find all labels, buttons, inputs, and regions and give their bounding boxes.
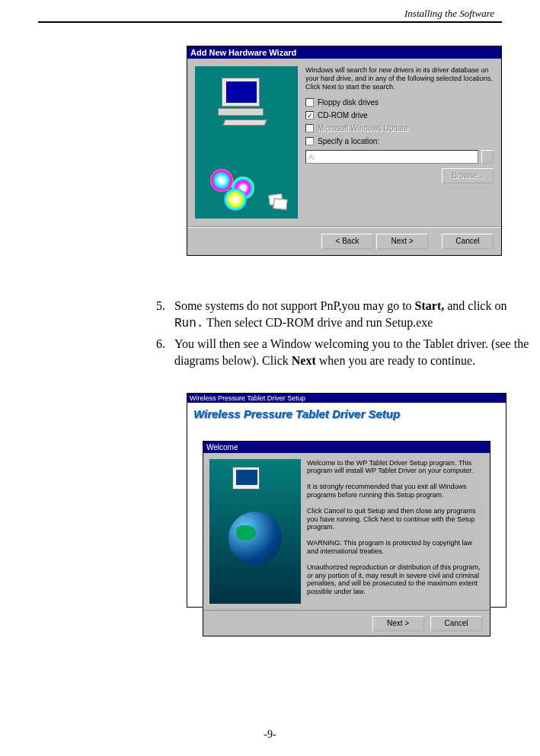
wizard-intro-text: Windows will search for new drivers in i…: [305, 66, 494, 91]
browse-button[interactable]: Browse...: [442, 168, 494, 183]
cdrom-checkbox[interactable]: ✓: [305, 111, 314, 120]
instruction-text: 5. Some systems do not support PnP,you m…: [156, 298, 537, 370]
cancel-button[interactable]: Cancel: [430, 616, 482, 631]
wizard-sidebar-art: [195, 66, 298, 219]
cd-icon: [224, 188, 247, 211]
page-header: Installing the Software: [38, 8, 502, 21]
monitor-icon: [222, 78, 260, 107]
hardware-wizard-window: Add New Hardware Wizard: [187, 46, 502, 256]
specify-label: Specify a location:: [318, 137, 379, 145]
driver-setup-window: Wireless Pressure Tablet Driver Setup Wi…: [187, 393, 506, 608]
next-button[interactable]: Next >: [372, 616, 424, 631]
specify-checkbox[interactable]: [305, 137, 314, 145]
location-dropdown-icon[interactable]: [481, 150, 494, 164]
welcome-text: Welcome to the WP Tablet Driver Setup pr…: [307, 459, 484, 476]
msupdate-checkbox[interactable]: [305, 124, 314, 132]
globe-icon: [228, 512, 282, 565]
location-input[interactable]: A:: [305, 150, 478, 164]
cdrom-label: CD-ROM drive: [318, 111, 368, 120]
wizard-titlebar: Add New Hardware Wizard: [187, 46, 501, 59]
welcome-text: Unauthorized reproduction or distributio…: [307, 563, 484, 596]
paper-icon: [273, 198, 287, 210]
back-button[interactable]: < Back: [321, 234, 373, 249]
welcome-text: Click Cancel to quit Setup and then clos…: [307, 507, 484, 531]
welcome-titlebar: Welcome: [203, 442, 490, 453]
welcome-sidebar-art: [209, 459, 301, 604]
next-button[interactable]: Next >: [376, 234, 428, 249]
welcome-warning: WARNING: This program is protected by co…: [307, 539, 484, 556]
floppy-label: Floppy disk drives: [318, 98, 379, 107]
floppy-checkbox[interactable]: [305, 98, 314, 107]
setup-outer-titlebar: Wireless Pressure Tablet Driver Setup: [187, 394, 506, 403]
welcome-dialog: Welcome Welcome to the WP Tablet Driver …: [203, 441, 490, 636]
monitor-icon: [232, 467, 260, 490]
welcome-text: It is strongly recommended that you exit…: [307, 483, 484, 499]
header-rule: [38, 21, 502, 23]
page-number: -9-: [0, 729, 540, 741]
cancel-button[interactable]: Cancel: [442, 234, 494, 249]
msupdate-label: Microsoft Windows Update: [318, 124, 408, 132]
